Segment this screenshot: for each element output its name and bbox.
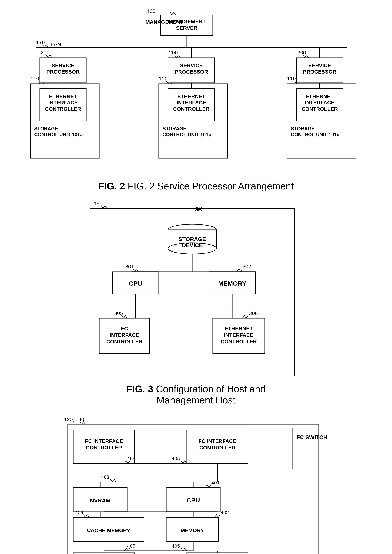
fig4-section: 120, 140 FC SWITCH FC INTERFACE CONTROLL… bbox=[15, 417, 377, 554]
svg-text:CONTROLLER: CONTROLLER bbox=[106, 339, 142, 344]
svg-text:150: 150 bbox=[94, 201, 102, 206]
svg-text:MEMORY: MEMORY bbox=[181, 528, 204, 533]
svg-rect-122 bbox=[187, 553, 248, 554]
fig2-section: 160 MANAGEMENT MANAGEMENT SERVER 170 LAN bbox=[15, 11, 377, 192]
svg-text:CONTROLLER: CONTROLLER bbox=[302, 106, 338, 112]
svg-text:110: 110 bbox=[30, 76, 39, 82]
svg-text:405: 405 bbox=[172, 456, 180, 461]
svg-text:200: 200 bbox=[297, 50, 306, 56]
svg-text:SERVICE: SERVICE bbox=[180, 63, 203, 68]
svg-text:403: 403 bbox=[101, 474, 109, 480]
svg-text:DEVICE: DEVICE bbox=[182, 242, 203, 248]
svg-text:CONTROLLER: CONTROLLER bbox=[199, 445, 235, 451]
svg-text:INTERFACE: INTERFACE bbox=[177, 100, 206, 106]
svg-text:ETHERNET: ETHERNET bbox=[49, 93, 77, 99]
svg-text:120, 140: 120, 140 bbox=[64, 417, 84, 422]
fig3-title-bold: FIG. 3 bbox=[126, 384, 153, 394]
svg-text:PROCESSOR: PROCESSOR bbox=[47, 69, 80, 75]
svg-text:160: 160 bbox=[147, 8, 155, 14]
svg-text:ETHERNET: ETHERNET bbox=[225, 326, 253, 331]
svg-text:INTERFACE: INTERFACE bbox=[110, 332, 139, 338]
svg-text:CACHE MEMORY: CACHE MEMORY bbox=[87, 528, 130, 533]
svg-text:STORAGE: STORAGE bbox=[291, 126, 315, 131]
svg-text:170: 170 bbox=[36, 40, 45, 45]
svg-text:CPU: CPU bbox=[129, 280, 142, 287]
svg-text:304: 304 bbox=[194, 206, 203, 212]
svg-text:FC INTERFACE: FC INTERFACE bbox=[198, 438, 236, 444]
svg-text:INTERFACE: INTERFACE bbox=[224, 332, 254, 338]
svg-text:405: 405 bbox=[127, 456, 135, 461]
svg-text:STORAGE: STORAGE bbox=[162, 126, 186, 131]
svg-text:405: 405 bbox=[127, 543, 135, 549]
svg-text:INTERFACE: INTERFACE bbox=[48, 100, 78, 106]
svg-text:404: 404 bbox=[75, 510, 83, 515]
svg-text:CONTROL UNIT 101c: CONTROL UNIT 101c bbox=[291, 132, 339, 137]
fig4-svg: 120, 140 FC SWITCH FC INTERFACE CONTROLL… bbox=[56, 417, 336, 554]
svg-text:NVRAM: NVRAM bbox=[90, 497, 111, 504]
svg-text:ETHERNET: ETHERNET bbox=[306, 93, 334, 99]
svg-text:CONTROLLER: CONTROLLER bbox=[173, 106, 209, 112]
svg-text:LAN: LAN bbox=[51, 42, 61, 47]
svg-text:405: 405 bbox=[172, 543, 180, 549]
fig3-svg: 150 304 STORAGE DEVICE 301 bbox=[75, 203, 317, 382]
fig3-section: 150 304 STORAGE DEVICE 301 bbox=[15, 203, 377, 406]
svg-text:PROCESSOR: PROCESSOR bbox=[175, 69, 208, 75]
svg-text:200: 200 bbox=[169, 50, 178, 56]
fig2-title-bold: FIG. 2 bbox=[98, 181, 125, 192]
svg-text:302: 302 bbox=[243, 264, 251, 270]
svg-text:FC INTERFACE: FC INTERFACE bbox=[85, 438, 123, 444]
svg-text:401: 401 bbox=[211, 480, 219, 485]
svg-text:CPU: CPU bbox=[187, 497, 200, 504]
svg-text:305: 305 bbox=[114, 310, 123, 316]
svg-text:CONTROLLER: CONTROLLER bbox=[221, 339, 257, 344]
fig2-title: FIG. 2 FIG. 2 Service Processor Arrangem… bbox=[15, 180, 377, 192]
svg-text:ETHERNET: ETHERNET bbox=[177, 93, 205, 99]
page: 160 MANAGEMENT MANAGEMENT SERVER 170 LAN bbox=[0, 0, 392, 554]
fig3-title: FIG. 3 Configuration of Host and Managem… bbox=[15, 383, 377, 406]
svg-text:CONTROL UNIT 101a: CONTROL UNIT 101a bbox=[34, 132, 83, 137]
svg-text:MEMORY: MEMORY bbox=[218, 280, 246, 287]
svg-text:CONTROL UNIT 101b: CONTROL UNIT 101b bbox=[162, 132, 211, 137]
fig2-svg: 160 MANAGEMENT MANAGEMENT SERVER 170 LAN bbox=[19, 11, 373, 179]
svg-text:FC: FC bbox=[121, 326, 128, 331]
svg-text:SERVICE: SERVICE bbox=[308, 63, 331, 68]
svg-text:CONTROLLER: CONTROLLER bbox=[45, 106, 81, 112]
svg-text:PROCESSOR: PROCESSOR bbox=[303, 69, 336, 75]
svg-text:110: 110 bbox=[287, 76, 296, 82]
svg-text:SERVICE: SERVICE bbox=[52, 63, 74, 68]
svg-text:200: 200 bbox=[41, 50, 49, 56]
svg-text:STORAGE: STORAGE bbox=[34, 126, 58, 131]
svg-text:402: 402 bbox=[221, 510, 229, 515]
svg-rect-118 bbox=[73, 553, 135, 554]
svg-text:CONTROLLER: CONTROLLER bbox=[86, 445, 122, 451]
svg-text:110: 110 bbox=[159, 76, 168, 82]
svg-text:INTERFACE: INTERFACE bbox=[305, 100, 335, 106]
svg-text:FC SWITCH: FC SWITCH bbox=[296, 434, 328, 440]
svg-text:SERVER: SERVER bbox=[176, 25, 197, 31]
svg-text:306: 306 bbox=[249, 310, 258, 316]
svg-text:MANAGEMENT: MANAGEMENT bbox=[168, 19, 206, 24]
svg-text:301: 301 bbox=[125, 264, 134, 270]
svg-text:STORAGE: STORAGE bbox=[179, 236, 206, 242]
